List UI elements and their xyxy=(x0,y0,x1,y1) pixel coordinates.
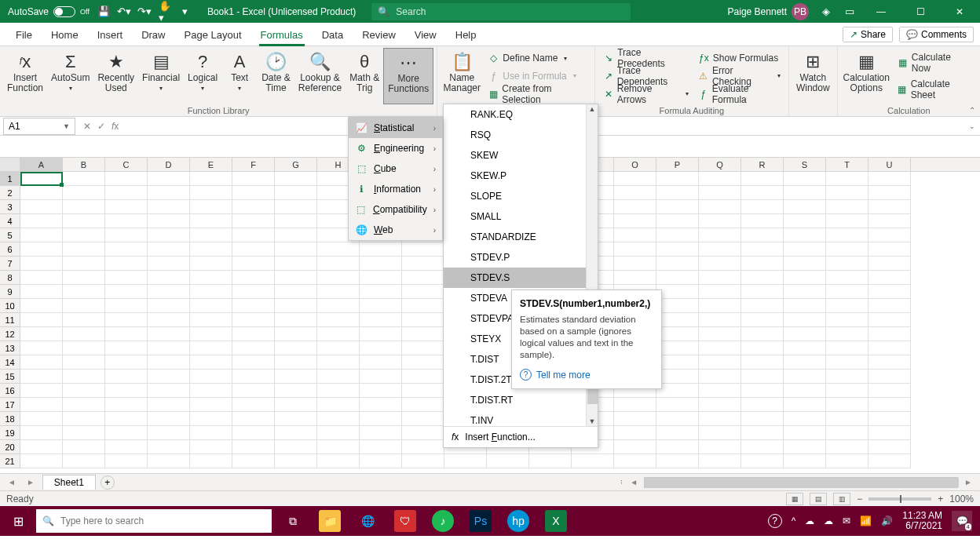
cell-T20[interactable] xyxy=(826,440,868,454)
cell-I9[interactable] xyxy=(360,285,402,299)
cell-Q20[interactable] xyxy=(699,440,741,454)
cell-B7[interactable] xyxy=(63,257,105,271)
cell-R14[interactable] xyxy=(741,355,784,370)
col-T[interactable]: T xyxy=(826,158,868,171)
cell-T21[interactable] xyxy=(826,454,868,468)
horizontal-scrollbar[interactable] xyxy=(644,477,958,488)
row-6[interactable]: 6 xyxy=(0,242,20,257)
cell-G2[interactable] xyxy=(275,186,317,200)
cell-S8[interactable] xyxy=(784,271,826,285)
logical-button[interactable]: ?Logical▾ xyxy=(184,48,221,104)
cell-P1[interactable] xyxy=(656,172,699,186)
cell-U18[interactable] xyxy=(868,412,911,426)
cell-Q14[interactable] xyxy=(699,355,741,370)
cell-E17[interactable] xyxy=(190,398,232,412)
cell-D5[interactable] xyxy=(148,228,190,242)
cell-U9[interactable] xyxy=(868,285,911,299)
fx-icon[interactable]: fx xyxy=(112,121,119,132)
start-button[interactable]: ⊞ xyxy=(0,506,36,536)
cell-J15[interactable] xyxy=(402,370,444,384)
cell-U19[interactable] xyxy=(868,426,911,440)
cell-U4[interactable] xyxy=(868,214,911,228)
date-time-button[interactable]: 🕑Date & Time xyxy=(258,48,294,104)
row-15[interactable]: 15 xyxy=(0,370,20,384)
cell-D4[interactable] xyxy=(148,214,190,228)
col-E[interactable]: E xyxy=(190,158,232,171)
fn-SLOPE[interactable]: SLOPE xyxy=(444,186,598,206)
cell-U10[interactable] xyxy=(868,299,911,313)
cell-Q6[interactable] xyxy=(699,242,741,257)
network-tray-icon[interactable]: 📶 xyxy=(860,515,872,526)
cell-E7[interactable] xyxy=(190,257,232,271)
cell-A16[interactable] xyxy=(20,384,63,398)
cell-O20[interactable] xyxy=(614,440,656,454)
cell-P15[interactable] xyxy=(656,370,699,384)
cell-O17[interactable] xyxy=(614,398,656,412)
cell-J18[interactable] xyxy=(402,412,444,426)
cell-P2[interactable] xyxy=(656,186,699,200)
cell-P3[interactable] xyxy=(656,200,699,214)
cell-E15[interactable] xyxy=(190,370,232,384)
tab-draw[interactable]: Draw xyxy=(132,24,174,46)
cell-D6[interactable] xyxy=(148,242,190,257)
cell-F9[interactable] xyxy=(232,285,275,299)
text-button[interactable]: AText▾ xyxy=(221,48,258,104)
fn-RANK-EQ[interactable]: RANK.EQ xyxy=(444,104,598,125)
cell-A14[interactable] xyxy=(20,355,63,370)
menu-web[interactable]: 🌐Web› xyxy=(349,220,442,240)
cell-D7[interactable] xyxy=(148,257,190,271)
cell-O1[interactable] xyxy=(614,172,656,186)
cell-S14[interactable] xyxy=(784,355,826,370)
cell-I12[interactable] xyxy=(360,327,402,341)
col-F[interactable]: F xyxy=(232,158,275,171)
excel-icon[interactable]: X xyxy=(545,510,567,532)
cell-U17[interactable] xyxy=(868,398,911,412)
calculate-now-button[interactable]: ▦Calculate Now xyxy=(895,54,974,71)
cell-B13[interactable] xyxy=(63,341,105,355)
cell-E8[interactable] xyxy=(190,271,232,285)
cell-S17[interactable] xyxy=(784,398,826,412)
cell-B6[interactable] xyxy=(63,242,105,257)
cell-A3[interactable] xyxy=(20,200,63,214)
cell-A12[interactable] xyxy=(20,327,63,341)
cell-D17[interactable] xyxy=(148,398,190,412)
cell-U6[interactable] xyxy=(868,242,911,257)
cell-P6[interactable] xyxy=(656,242,699,257)
cell-B3[interactable] xyxy=(63,200,105,214)
cell-R19[interactable] xyxy=(741,426,784,440)
row-17[interactable]: 17 xyxy=(0,398,20,412)
cell-H13[interactable] xyxy=(317,341,360,355)
cell-S13[interactable] xyxy=(784,341,826,355)
cell-O7[interactable] xyxy=(614,257,656,271)
cell-F1[interactable] xyxy=(232,172,275,186)
tab-review[interactable]: Review xyxy=(353,24,405,46)
cell-J21[interactable] xyxy=(402,454,444,468)
cell-A5[interactable] xyxy=(20,228,63,242)
cell-S11[interactable] xyxy=(784,313,826,327)
cell-U11[interactable] xyxy=(868,313,911,327)
cell-T12[interactable] xyxy=(826,327,868,341)
cell-Q19[interactable] xyxy=(699,426,741,440)
cell-O4[interactable] xyxy=(614,214,656,228)
hscroll-thumb[interactable] xyxy=(645,478,959,487)
cell-Q3[interactable] xyxy=(699,200,741,214)
cell-E13[interactable] xyxy=(190,341,232,355)
cell-C4[interactable] xyxy=(105,214,148,228)
cell-I20[interactable] xyxy=(360,440,402,454)
zoom-in-button[interactable]: + xyxy=(938,494,943,504)
cell-H19[interactable] xyxy=(317,426,360,440)
sheet-nav-prev[interactable]: ◄ xyxy=(5,478,19,486)
cell-F10[interactable] xyxy=(232,299,275,313)
name-box[interactable]: A1▼ xyxy=(3,118,75,135)
cell-T7[interactable] xyxy=(826,257,868,271)
fn-STDEV-S[interactable]: STDEV.S xyxy=(444,268,598,288)
cell-G3[interactable] xyxy=(275,200,317,214)
cell-T1[interactable] xyxy=(826,172,868,186)
row-2[interactable]: 2 xyxy=(0,186,20,200)
cell-U14[interactable] xyxy=(868,355,911,370)
cell-J13[interactable] xyxy=(402,341,444,355)
cell-P7[interactable] xyxy=(656,257,699,271)
cell-C14[interactable] xyxy=(105,355,148,370)
cell-A4[interactable] xyxy=(20,214,63,228)
cell-S1[interactable] xyxy=(784,172,826,186)
